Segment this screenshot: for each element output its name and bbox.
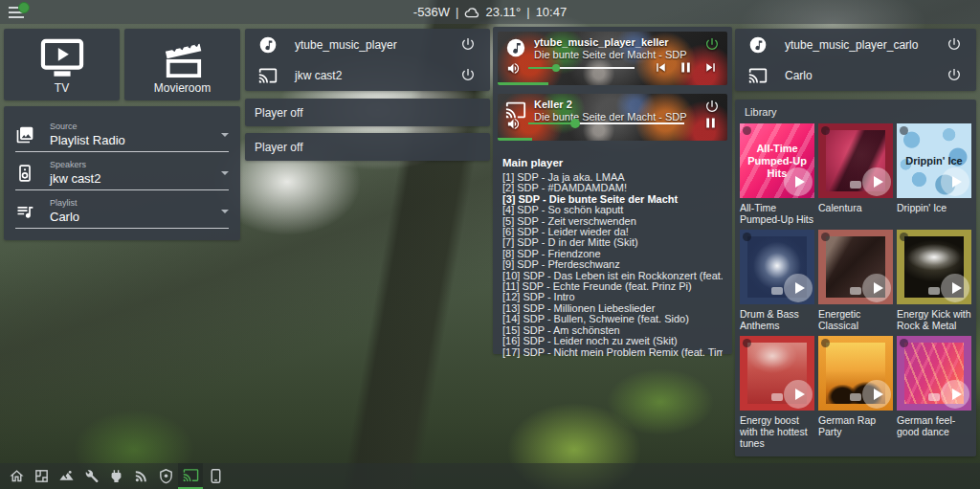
power-button[interactable] (459, 36, 477, 54)
nav-tile-tv[interactable]: TV (4, 29, 120, 100)
queue-track[interactable]: [3] SDP - Die bunte Seite der Macht (502, 194, 723, 205)
power-button[interactable] (946, 36, 963, 54)
album-cover[interactable] (818, 123, 893, 198)
play-button-overlay[interactable] (862, 167, 891, 196)
queue-track[interactable]: [9] SDP - Pferdeschwanz (502, 259, 723, 270)
queue-track[interactable]: [2] SDP - #DAMDAMDAM! (502, 183, 723, 193)
media-row: ytube_music_player (245, 32, 490, 58)
album-cover[interactable] (818, 230, 893, 304)
queue-track[interactable]: [12] SDP - Intro (502, 292, 723, 302)
queue-track[interactable]: [15] SDP - Am schönsten (502, 325, 723, 336)
play-button-overlay[interactable] (941, 380, 969, 409)
play-button-overlay[interactable] (784, 167, 813, 196)
player-name: Carlo (785, 69, 813, 82)
volume-slider[interactable] (528, 122, 684, 124)
volume-fill (528, 122, 575, 124)
play-button-overlay[interactable] (862, 274, 891, 302)
playlist-select[interactable]: Playlist Carlo (15, 193, 229, 229)
main-player-card: ytube_music_player jkw cast2 (245, 29, 490, 91)
temperature-reading: 23.11° (485, 5, 521, 19)
queue-track[interactable]: [8] SDP - Friendzone (502, 249, 723, 259)
album-tile[interactable]: German feel-good dance (897, 336, 971, 437)
track-progress-bar (498, 138, 532, 141)
play-button-overlay[interactable] (784, 274, 813, 302)
next-track-button[interactable] (702, 59, 719, 77)
volume-thumb[interactable] (552, 64, 560, 72)
queue-track[interactable]: [10] SDP - Das Leben ist ein Rockkonzert… (502, 271, 723, 281)
nav-tile-label: TV (55, 81, 69, 95)
pause-button[interactable] (677, 59, 694, 77)
power-button[interactable] (703, 99, 721, 116)
volume-thumb[interactable] (570, 119, 580, 128)
rss-icon[interactable] (128, 463, 153, 489)
player-name: Keller 2 (534, 99, 698, 110)
album-cover[interactable]: Drippin' Ice (897, 123, 971, 198)
tools-icon[interactable] (78, 463, 103, 489)
power-plug-icon[interactable] (103, 463, 128, 489)
source-icon (15, 125, 34, 144)
album-tile[interactable]: Energy boost with the hottest tunes (740, 336, 814, 449)
queue-track[interactable]: [16] SDP - Leider noch zu zweit (Skit) (502, 336, 723, 346)
queue-track[interactable]: [4] SDP - So schön kaputt (502, 205, 723, 215)
album-tile[interactable]: Drippin' IceDrippin' Ice (897, 123, 971, 213)
task-bar (0, 463, 980, 489)
album-tile[interactable]: German Rap Party (818, 336, 893, 437)
cast-icon[interactable] (178, 463, 203, 489)
queue-panel: Main player [1] SDP - Ja ja aka. LMAA[2]… (498, 149, 727, 358)
power-button[interactable] (946, 67, 963, 84)
album-grid: All-Time Pumped-Up HitsAll-Time Pumped-U… (735, 123, 976, 449)
album-title: Calentura (818, 202, 893, 213)
thumbnail-badge-icon (850, 181, 861, 189)
shield-icon[interactable] (153, 463, 178, 489)
album-tile[interactable]: Energy Kick with Rock & Metal (897, 230, 971, 331)
album-tile[interactable]: Calentura (818, 123, 893, 213)
play-button-overlay[interactable] (941, 167, 969, 196)
play-button-overlay[interactable] (784, 380, 813, 409)
play-button-overlay[interactable] (862, 380, 891, 409)
cast-icon (258, 66, 278, 85)
queue-track[interactable]: [11] SDP - Echte Freunde (feat. Prinz Pi… (502, 281, 723, 292)
album-cover[interactable] (740, 336, 814, 411)
floorplan-icon[interactable] (29, 463, 54, 489)
player-name: ytube_music_player_carlo (785, 38, 918, 52)
album-tile[interactable]: Drum & Bass Anthems (740, 230, 814, 331)
album-cover[interactable]: All-Time Pumped-Up Hits (740, 123, 814, 198)
left-column: TV Movieroom Source Playlist Radio (4, 29, 240, 240)
play-button-overlay[interactable] (941, 274, 969, 302)
player-name: ytube_music_player (295, 38, 397, 52)
album-cover[interactable] (818, 336, 893, 411)
queue-track[interactable]: [5] SDP - Zeit verschwenden (502, 216, 723, 227)
album-tile[interactable]: Energetic Classical (818, 230, 893, 331)
thumbnail-badge-icon (850, 393, 861, 401)
dropdown-caret-icon (221, 210, 229, 213)
queue-track[interactable]: [1] SDP - Ja ja aka. LMAA (502, 172, 723, 183)
home-icon[interactable] (4, 463, 29, 489)
select-caption: Speakers (50, 160, 215, 169)
tv-icon (40, 38, 84, 78)
weather-cloud-icon (464, 5, 479, 20)
source-select[interactable]: Source Playlist Radio (15, 117, 229, 152)
speakers-select[interactable]: Speakers jkw cast2 (15, 155, 229, 190)
queue-track[interactable]: [14] SDP - Bullen, Schweine (feat. Sido) (502, 314, 723, 324)
album-cover[interactable] (897, 230, 971, 304)
keller-player-card: ytube_music_player_keller Die bunte Seit… (498, 32, 727, 85)
queue-track[interactable]: [13] SDP - Millionen Liebeslieder (502, 303, 723, 314)
sidebar-menu-button[interactable] (9, 5, 30, 20)
album-cover[interactable] (897, 336, 971, 411)
volume-slider[interactable] (528, 67, 635, 69)
queue-track[interactable]: [6] SDP - Leider wieder da! (502, 227, 723, 237)
keller-panel: ytube_music_player_keller Die bunte Seit… (493, 27, 732, 354)
music-circle-icon (505, 37, 526, 58)
landscape-icon[interactable] (54, 463, 78, 489)
previous-track-button[interactable] (652, 59, 669, 77)
power-button[interactable] (459, 67, 477, 84)
album-cover[interactable] (740, 230, 814, 304)
queue-track[interactable]: [17] SDP - Nicht mein Problem Remix (fea… (502, 347, 723, 358)
album-tile[interactable]: All-Time Pumped-Up HitsAll-Time Pumped-U… (740, 123, 814, 225)
nav-tile-movieroom[interactable]: Movieroom (124, 29, 240, 100)
tablet-icon[interactable] (203, 463, 228, 489)
pause-button[interactable] (702, 115, 719, 132)
power-button[interactable] (703, 36, 721, 54)
album-title: German Rap Party (818, 414, 893, 437)
queue-track[interactable]: [7] SDP - D in der Mitte (Skit) (502, 237, 723, 248)
